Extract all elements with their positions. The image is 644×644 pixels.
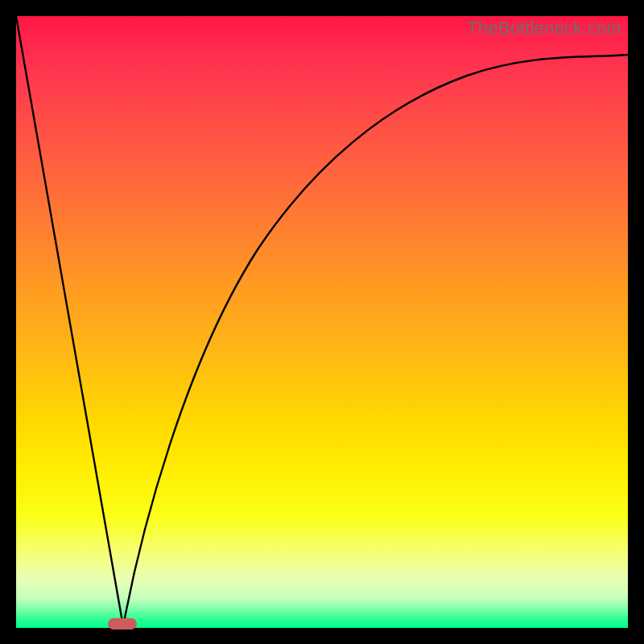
bottleneck-curve — [16, 16, 628, 628]
watermark-text: TheBottleneck.com — [467, 18, 621, 39]
plot-area: TheBottleneck.com — [16, 16, 628, 628]
chart-frame: TheBottleneck.com — [0, 0, 644, 644]
minimum-marker — [108, 618, 137, 630]
